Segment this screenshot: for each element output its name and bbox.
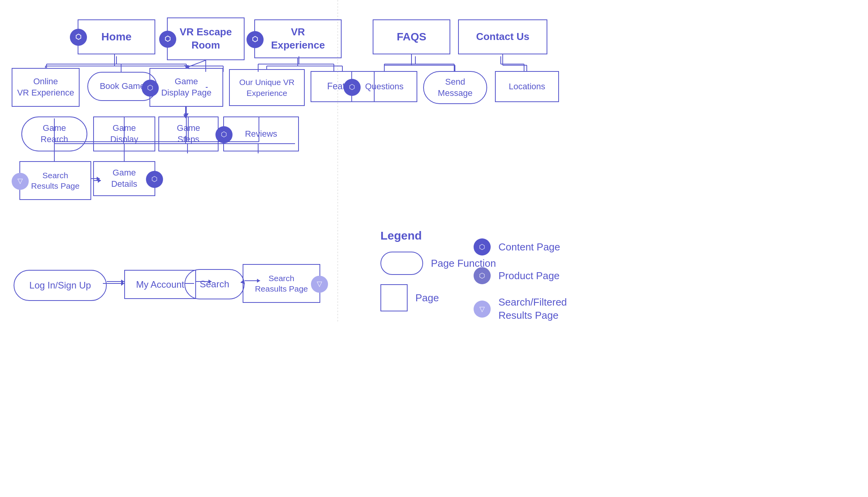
filter-icon-srp: ▽	[12, 173, 29, 190]
locations-node: Locations	[495, 71, 559, 102]
game-rearch-node: GameRearch	[21, 116, 87, 151]
reviews-icon: ⬡	[215, 126, 233, 143]
svg-marker-39	[97, 177, 100, 181]
legend-filter-page-label: Search/FilteredResults Page	[498, 296, 567, 322]
game-display-page-node: ⬡ GameDisplay Page	[149, 68, 223, 107]
search-node: Search	[184, 269, 245, 299]
game-display-sub-node: GameDisplay	[93, 116, 155, 151]
search-results-page2-node: ▽ SearchReasults Page	[243, 264, 320, 303]
legend-content-page-label: Content Page	[498, 241, 560, 253]
legend-item-content-page: ⬡ Content Page	[474, 238, 567, 255]
our-unique-vr-node: Our Unique VRExperience	[229, 69, 305, 106]
questions-icon: ⬡	[344, 79, 361, 96]
legend-rect-shape	[380, 284, 408, 311]
search-results-page-node: ▽ SearchResults Page	[19, 161, 91, 200]
gdp-icon: ⬡	[142, 80, 159, 97]
legend-filter-icon: ▽	[474, 301, 491, 318]
game-details-icon: ⬡	[146, 171, 163, 188]
srp-to-gd-arrow	[91, 175, 103, 182]
home-node: ⬡ Home	[78, 19, 155, 54]
svg-marker-55	[184, 65, 189, 68]
svg-marker-41	[121, 280, 124, 283]
legend-product-icon: ⬡	[474, 267, 491, 284]
legend-right: ⬡ Content Page ⬡ Product Page ▽ Search/F…	[474, 229, 567, 322]
svg-line-30	[186, 60, 206, 68]
legend-page-label: Page	[415, 292, 439, 304]
login-signup-node: Log In/Sign Up	[14, 270, 107, 301]
legend-product-page-label: Product Page	[498, 270, 560, 282]
contact-us-node: Contact Us	[458, 19, 547, 54]
online-vr-node: OnlineVR Experience	[12, 68, 80, 107]
legend-ellipse-shape	[380, 252, 423, 275]
reviews-node: ⬡ Reviews	[223, 116, 299, 151]
vr-escape-icon: ⬡	[159, 31, 176, 48]
diagram-container: ⬡ Home ⬡ VR EscapeRoom ⬡ VRExperience FA…	[0, 0, 868, 497]
questions-node: ⬡ Questions	[351, 71, 417, 102]
vr-exp-icon: ⬡	[247, 31, 264, 48]
legend-item-product-page: ⬡ Product Page	[474, 267, 567, 284]
faqs-node: FAQS	[373, 19, 450, 54]
vr-experience-node: ⬡ VRExperience	[254, 19, 342, 58]
legend-content-icon: ⬡	[474, 238, 491, 255]
game-steps-node: GameSteps	[158, 116, 219, 151]
legend-item-filter-page: ▽ Search/FilteredResults Page	[474, 296, 567, 322]
filter-icon-srp2: ▽	[311, 276, 328, 293]
vr-escape-room-node: ⬡ VR EscapeRoom	[167, 17, 245, 60]
send-message-node: SendMessage	[423, 71, 487, 104]
home-icon: ⬡	[70, 29, 87, 46]
